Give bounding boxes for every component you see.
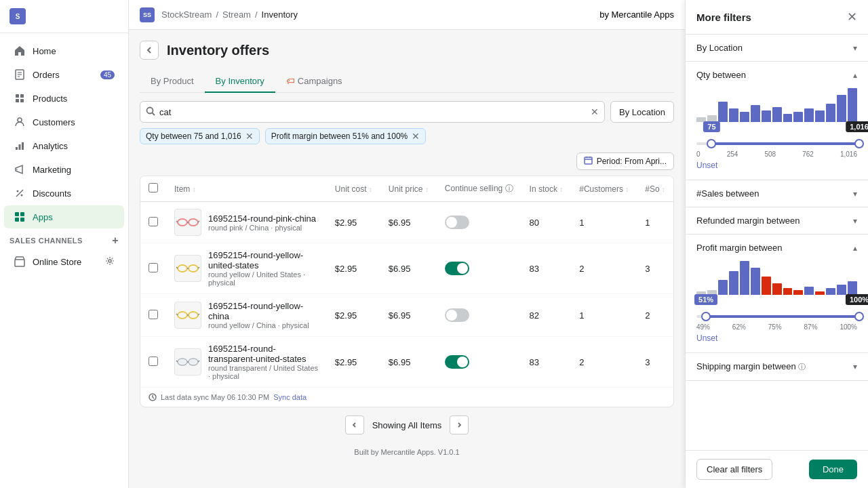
filter-tag-qty-remove[interactable]: ✕ [245, 131, 254, 141]
filter-shipping-label: Shipping margin between ⓘ [696, 361, 806, 372]
table-row: 16952154-round-yellow-china round yellow… [140, 294, 673, 337]
svg-point-8 [18, 118, 22, 122]
qty-range[interactable]: 75 1,016 02545087621,016 [696, 142, 857, 158]
item-sub: round yellow / China · physical [208, 321, 319, 329]
so: 2 [637, 294, 673, 337]
table-header-row: Item ↕ Unit cost ↕ Unit price ↕ Continue… [140, 176, 673, 202]
filter-section-profit: Profit margin between ▴ [686, 235, 868, 353]
svg-rect-18 [15, 218, 19, 222]
profit-range-ticks: 49%62%75%87%100% [696, 323, 857, 331]
sidebar-item-customers[interactable]: Customers [4, 110, 124, 134]
analytics-icon [14, 140, 26, 152]
panel-close-btn[interactable]: ✕ [847, 9, 857, 24]
tabs: By Product By Inventory 🏷 Campaigns [140, 70, 674, 93]
tab-by-inventory[interactable]: By Inventory [205, 70, 275, 93]
svg-rect-16 [15, 212, 19, 216]
add-sales-channel-btn[interactable]: + [112, 235, 119, 247]
filter-section-refunded-header[interactable]: Refunded margin between ▾ [686, 207, 868, 234]
inventory-table: Item ↕ Unit cost ↕ Unit price ↕ Continue… [140, 176, 673, 387]
marketing-icon [14, 163, 26, 176]
select-all-checkbox[interactable] [149, 183, 158, 192]
svg-rect-4 [16, 94, 19, 98]
svg-point-45 [179, 360, 186, 365]
unit-price: $6.95 [380, 202, 437, 243]
filter-sales-label: #Sales between [696, 188, 760, 199]
so: 3 [637, 243, 673, 294]
store-settings-icon[interactable] [105, 256, 115, 268]
period-button[interactable]: Period: From Apri... [576, 152, 674, 170]
sidebar-item-discounts[interactable]: Discounts [4, 182, 124, 205]
filters-row: ✕ By Location [140, 101, 674, 123]
sync-text: Last data sync May 06 10:30 PM [161, 393, 269, 401]
profit-histogram [696, 261, 857, 295]
sidebar-item-products[interactable]: Products [4, 87, 124, 110]
col-item: Item ↕ [166, 176, 327, 202]
inventory-table-wrap: Item ↕ Unit cost ↕ Unit price ↕ Continue… [140, 176, 674, 407]
so: 3 [637, 337, 673, 388]
sidebar-header: S [0, 0, 128, 33]
sidebar-item-apps[interactable]: Apps [4, 205, 124, 228]
continue-selling-toggle[interactable] [445, 216, 469, 229]
sync-link[interactable]: Sync data [273, 393, 307, 401]
filter-section-profit-header[interactable]: Profit margin between ▴ [686, 235, 868, 261]
table-row: 16952154-round-pink-china round pink / C… [140, 202, 673, 243]
sidebar-item-marketing-label: Marketing [33, 165, 71, 175]
qty-unset-link[interactable]: Unset [696, 161, 717, 170]
clear-all-filters-btn[interactable]: Clear all filters [696, 459, 772, 480]
location-filter-btn[interactable]: By Location [610, 101, 674, 123]
search-box[interactable]: ✕ [140, 101, 605, 123]
next-page-btn[interactable] [450, 415, 469, 434]
chevron-down-icon: ▾ [853, 43, 857, 53]
online-store-label: Online Store [33, 257, 81, 267]
breadcrumb: SS StockStream / Stream / Inventory [140, 7, 298, 22]
unit-price: $6.95 [380, 337, 437, 388]
filter-section-qty-header[interactable]: Qty between ▴ [686, 62, 868, 88]
item-name: 16952154-round-yellow-china [208, 301, 319, 321]
chevron-up-icon: ▴ [853, 243, 857, 253]
sidebar-item-marketing[interactable]: Marketing [4, 158, 124, 181]
products-icon [14, 92, 26, 104]
row-checkbox[interactable] [149, 357, 158, 366]
svg-point-21 [108, 260, 111, 262]
profit-range[interactable]: 51% 100% 49%62%75%87%100% [696, 315, 857, 331]
profit-unset-link[interactable]: Unset [696, 333, 717, 343]
svg-point-22 [147, 107, 153, 113]
filter-tag-qty: Qty between 75 and 1,016 ✕ [140, 128, 260, 144]
col-customers: #Customers ↕ [571, 176, 637, 202]
unit-cost: $2.95 [327, 243, 380, 294]
customers: 2 [571, 243, 637, 294]
tab-campaigns[interactable]: 🏷 Campaigns [275, 70, 353, 93]
search-clear-icon[interactable]: ✕ [591, 106, 599, 117]
row-checkbox[interactable] [149, 310, 158, 319]
row-checkbox[interactable] [149, 263, 158, 272]
filter-tag-margin-remove[interactable]: ✕ [412, 131, 420, 141]
chevron-down-icon: ▾ [853, 189, 857, 199]
filter-section-location-header[interactable]: By Location ▾ [686, 35, 868, 61]
sidebar-item-orders[interactable]: Orders 45 [4, 63, 124, 86]
pagination-label: Showing All Items [372, 420, 442, 430]
item-name: 16952154-round-yellow-united-states [208, 250, 319, 270]
store-icon [14, 256, 26, 268]
tab-by-product[interactable]: By Product [140, 70, 205, 93]
sidebar-item-analytics[interactable]: Analytics [4, 134, 124, 157]
so: 1 [637, 202, 673, 243]
continue-selling-toggle[interactable] [445, 355, 469, 369]
filter-section-sales-header[interactable]: #Sales between ▾ [686, 180, 868, 207]
sidebar-item-online-store[interactable]: Online Store [4, 250, 124, 273]
sidebar-item-home[interactable]: Home [4, 39, 124, 62]
continue-selling-toggle[interactable] [445, 262, 469, 275]
continue-selling-toggle[interactable] [445, 308, 469, 322]
in-stock: 80 [521, 202, 572, 243]
row-checkbox[interactable] [149, 217, 158, 226]
filter-section-shipping-header[interactable]: Shipping margin between ⓘ ▾ [686, 353, 868, 380]
item-sub: round pink / China · physical [208, 224, 316, 232]
filter-section-qty: Qty between ▴ [686, 62, 868, 180]
prev-page-btn[interactable] [345, 415, 364, 434]
svg-point-39 [189, 312, 198, 319]
item-info: 16952154-round-yellow-united-states roun… [208, 250, 319, 287]
customers-icon [14, 116, 26, 128]
search-input[interactable] [159, 107, 591, 117]
done-btn[interactable]: Done [809, 460, 857, 479]
sidebar-item-products-label: Products [33, 94, 67, 104]
back-button[interactable] [140, 41, 159, 60]
